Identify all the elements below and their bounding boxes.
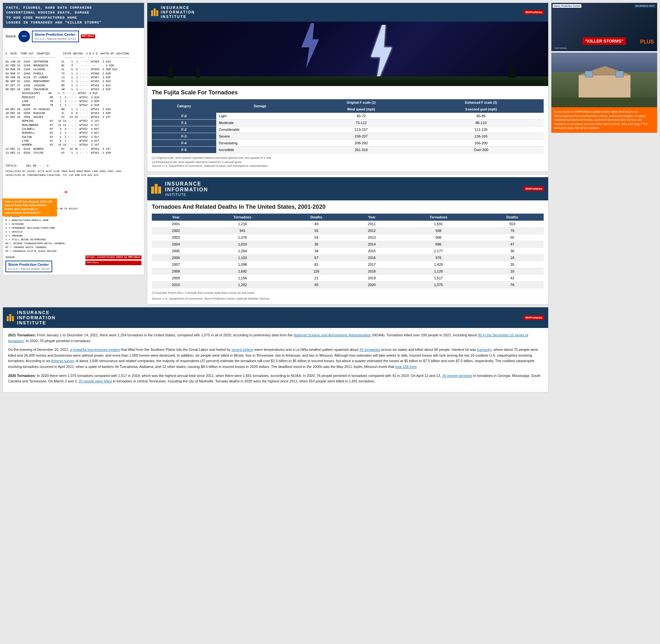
iii-mid-header: INSURANCE INFORMATION INSTITUTE MHProNew… (147, 177, 548, 200)
mhpro-bottom-header: MHProNews (523, 315, 544, 320)
fujita-orig-0: 40-72 (304, 113, 418, 119)
td-d1-6: 81 (285, 261, 348, 268)
spc-name-box: Storm Prediction Center N.O.A.A. • Natio… (32, 30, 78, 43)
article-para-2020: 2020 Tornadoes: In 2020 there were 1,075… (8, 373, 543, 384)
fujita-damage-5: Incredible (216, 146, 304, 153)
td-t1-7: 1,692 (200, 268, 285, 275)
spc-header-row: # DATE TIME-CST COUNTIES STATE DEATHS A … (5, 52, 141, 155)
noaa-link[interactable]: National Oceanic and Atmospheric Adminis… (294, 333, 371, 337)
fujita-orig-2: 113-157 (304, 126, 418, 133)
dec10-link[interactable]: 90 in the December 10 series of tornadoe… (8, 333, 528, 343)
bottom-iii-n2: INFORMATION (17, 315, 56, 320)
25-killed-link[interactable]: 25 people were killed (78, 379, 112, 383)
td-d2-0: 553 (481, 221, 544, 227)
fujita-cat-2: F-2 (152, 126, 216, 133)
td-d2-2: 55 (481, 234, 544, 240)
fujita-enh-0: 65-85 (418, 113, 544, 119)
left-column: FACTS, FIGURES, HARD DATA COMPARING CONV… (3, 3, 144, 304)
totals-row: TOTALS: 101 98 -- - 3 (5, 164, 141, 168)
fujita-damage-4: Devastating (216, 140, 304, 146)
b-bar2 (9, 314, 11, 321)
td-t2-1: 938 (396, 227, 481, 234)
record-setting-link[interactable]: record-setting (231, 348, 253, 351)
td-year1-2: 2003 (152, 234, 200, 240)
fujita-orig-1: 73-112 (304, 119, 418, 126)
article-para-2021: 2021 Tornadoes: From January 1 to Decemb… (8, 332, 543, 344)
td-t1-0: 1,216 (200, 221, 285, 227)
fujita-section: The Fujita Scale For Tornadoes Category … (147, 86, 548, 171)
td-d1-8: 21 (285, 275, 348, 281)
td-d1-9: 45 (285, 281, 348, 288)
bottom-area: INSURANCE INFORMATION INSTITUTE MHProNew… (0, 307, 660, 395)
158-lives-link[interactable]: took 158 lives (395, 365, 417, 369)
fujita-th-original: Original F scale (1) (304, 99, 418, 106)
td-year2-4: 2015 (348, 248, 396, 254)
td-th-deaths1: Deaths (285, 213, 348, 221)
article-body: 2021 Tornadoes: From January 1 to Decemb… (3, 328, 548, 392)
td-year2-7: 2018 (348, 268, 396, 275)
fujita-th-gust: 3-second gust (mph) (418, 106, 544, 113)
fujita-note2: (2) Enhanced scale: wind speeds represen… (152, 160, 544, 164)
td-t2-0: 1,691 (396, 221, 481, 227)
mhpro-badge-top: MHProNews (81, 34, 95, 38)
fujita-cat-5: F-5 (152, 146, 216, 153)
fujita-th-enhanced: Enhanced F scale (2) (418, 99, 544, 106)
iii-top-card: INSURANCE INFORMATION INSTITUTE MHProNew… (147, 3, 548, 172)
td-d2-6: 35 (481, 261, 544, 268)
fujita-damage-3: Severe (216, 133, 304, 140)
window1 (585, 71, 593, 77)
para-2020-text: In 2020 there were 1,075 tornadoes compa… (8, 374, 541, 383)
td-d1-3: 36 (285, 240, 348, 248)
td-th-year1: Year (152, 213, 200, 221)
source-row: Source: NOAA Storm Prediction Center N.O… (5, 30, 141, 43)
fujita-cat-1: F-1 (152, 119, 216, 126)
spc-table: # DATE TIME-CST COUNTIES STATE DEATHS A … (5, 44, 141, 163)
plus-sign: PLUS (640, 39, 654, 45)
kentucky-link[interactable]: Kentucky (477, 348, 491, 351)
td-d1-7: 126 (285, 268, 348, 275)
fujita-damage-2: Considerable (216, 126, 304, 133)
bottom-iii-n1: INSURANCE (17, 310, 56, 315)
fujita-cat-0: F-0 (152, 113, 216, 119)
bar3 (156, 10, 158, 16)
iii-name1: INSURANCE (161, 5, 195, 10)
td-t1-1: 941 (200, 227, 285, 234)
fujita-enh-5: Over 200 (418, 146, 544, 153)
iii-logo-container: INSURANCE INFORMATION INSTITUTE (151, 5, 195, 19)
iii-main-label3: INSTITUTE (165, 193, 208, 197)
ground (147, 76, 548, 86)
td-d1-0: 40 (285, 221, 348, 227)
td-notes: (¹) Excludes Puerto Rico. A tornado that… (152, 291, 544, 301)
fujita-notes: (1) Original scale: wind speeds represen… (152, 156, 544, 168)
manufactured-home-img (551, 52, 657, 107)
low-pressure-link[interactable]: a powerful low-pressure system (70, 348, 120, 351)
bottom-iii-n3: INSTITUTE (17, 320, 56, 325)
td-t1-8: 1,156 (200, 275, 285, 281)
lightning-svg2 (300, 23, 319, 68)
iii-logo-large (151, 184, 161, 193)
mhpro-badge-iii: MHProNews (523, 10, 544, 15)
td-year2-0: 2011 (348, 221, 396, 227)
bottom-article-card: INSURANCE INFORMATION INSTITUTE MHProNew… (3, 307, 548, 392)
td-year2-3: 2014 (348, 240, 396, 248)
td-year1-0: 2001 (152, 221, 200, 227)
red-arrow-icon: ➜ (64, 189, 67, 196)
td-t2-3: 886 (396, 240, 481, 248)
30-people-link[interactable]: 30 people perished (442, 374, 473, 377)
fujita-enh-4: 166-200 (418, 140, 544, 146)
td-t1-5: 1,103 (200, 254, 285, 261)
right-column: Storm Prediction Center INSURANCE INFO "… (551, 3, 657, 304)
bar1 (151, 10, 153, 16)
35-tornadoes-link[interactable]: 35 tornadoes (359, 348, 380, 351)
artemis-link[interactable]: Artemis survey (51, 359, 74, 363)
tornado-deaths-section: Tornadoes And Related Deaths In The Unit… (147, 200, 548, 304)
fujita-damage-0: Light (216, 113, 304, 119)
spc-doc-content: Source: NOAA Storm Prediction Center N.O… (3, 28, 144, 275)
tornado-deaths-table: Year Tornadoes Deaths Year Tornadoes Dea… (152, 213, 544, 288)
window2 (616, 71, 623, 77)
fujita-note1: (1) Original scale: wind speeds represen… (152, 156, 544, 160)
bottom-iii-logo (7, 314, 14, 321)
home-body (578, 75, 631, 98)
td-d2-4: 36 (481, 248, 544, 254)
td-d2-5: 18 (481, 254, 544, 261)
